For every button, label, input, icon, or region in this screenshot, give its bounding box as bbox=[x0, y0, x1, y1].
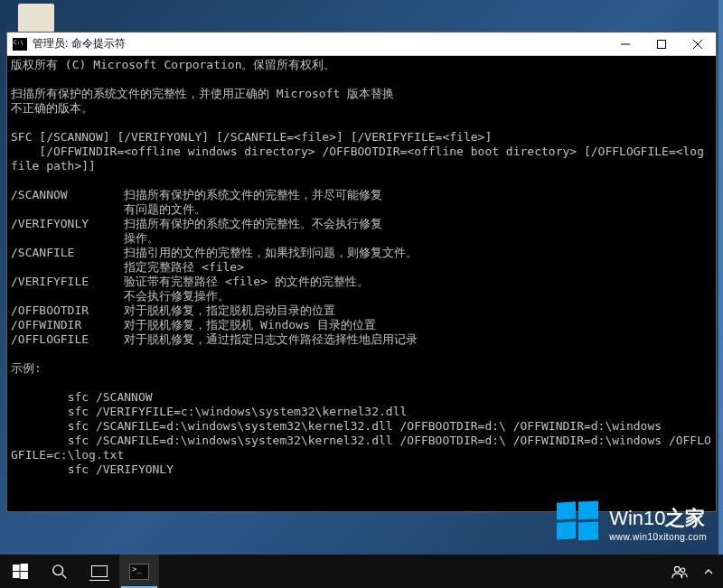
cmd-window: 管理员: 命令提示符 版权所有 (C) Microsoft Corporatio… bbox=[6, 32, 717, 512]
svg-rect-1 bbox=[658, 40, 666, 48]
system-tray bbox=[665, 555, 723, 588]
svg-rect-4 bbox=[13, 565, 20, 571]
svg-line-9 bbox=[62, 574, 67, 578]
svg-point-8 bbox=[53, 565, 63, 574]
cmd-title: 管理员: 命令提示符 bbox=[33, 36, 607, 51]
search-button[interactable] bbox=[40, 555, 80, 588]
chevron-up-icon bbox=[704, 567, 713, 576]
start-button[interactable] bbox=[0, 555, 40, 588]
maximize-button[interactable] bbox=[643, 33, 680, 55]
svg-point-11 bbox=[681, 568, 684, 572]
taskbar-spacer bbox=[159, 555, 665, 588]
window-controls bbox=[607, 33, 716, 55]
tray-overflow-button[interactable] bbox=[694, 567, 723, 576]
watermark-url: www.win10xitong.com bbox=[609, 532, 707, 542]
taskbar bbox=[0, 555, 723, 588]
watermark-brand-suffix: 之家 bbox=[665, 507, 705, 529]
windows-logo-icon bbox=[555, 501, 600, 545]
cmd-taskbar-icon bbox=[129, 564, 149, 580]
cmd-titlebar[interactable]: 管理员: 命令提示符 bbox=[7, 33, 716, 56]
task-view-button[interactable] bbox=[80, 555, 119, 588]
svg-rect-6 bbox=[13, 572, 20, 578]
recycle-bin-icon[interactable] bbox=[18, 4, 54, 33]
watermark: Win10之家 www.win10xitong.com bbox=[555, 501, 707, 545]
task-view-icon bbox=[91, 565, 108, 577]
cmd-output[interactable]: 版权所有 (C) Microsoft Corporation。保留所有权利。 扫… bbox=[7, 56, 716, 511]
people-icon bbox=[671, 564, 688, 580]
watermark-brand-prefix: Win10 bbox=[609, 507, 665, 529]
desktop-peek bbox=[718, 0, 723, 588]
svg-point-10 bbox=[674, 566, 680, 572]
close-button[interactable] bbox=[680, 33, 716, 55]
minimize-button[interactable] bbox=[607, 33, 643, 55]
watermark-text: Win10之家 www.win10xitong.com bbox=[609, 505, 707, 542]
windows-start-icon bbox=[13, 564, 28, 579]
cmd-icon bbox=[13, 38, 27, 51]
taskbar-cmd-app[interactable] bbox=[119, 555, 159, 588]
svg-rect-5 bbox=[20, 564, 28, 571]
svg-rect-7 bbox=[20, 572, 28, 579]
search-icon bbox=[52, 564, 68, 580]
people-button[interactable] bbox=[665, 564, 694, 580]
